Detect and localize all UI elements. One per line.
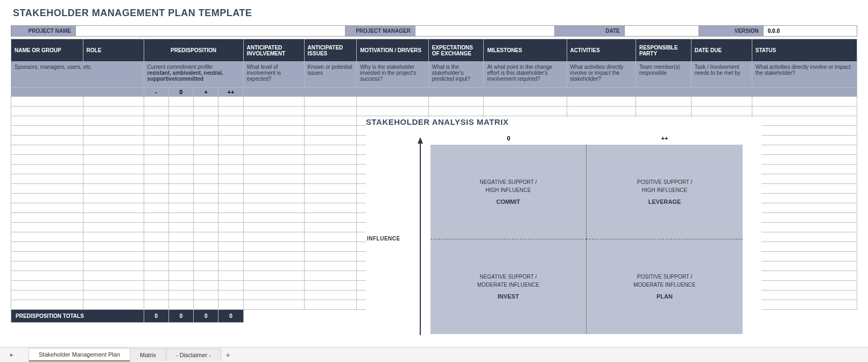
plus-icon: + [226,351,230,359]
hint-name: Sponsors, managers, users, etc. [11,62,144,88]
arrow-up-icon [417,136,424,335]
matrix-y-axis-label: INFLUENCE [367,235,400,241]
col-status: STATUS [752,39,857,62]
page-title: STAKEHOLDER MANAGEMENT PLAN TEMPLATE [0,0,868,25]
project-manager-label: PROJECT MANAGER [345,26,415,36]
total-zero: 0 [168,310,193,323]
date-label: DATE [555,26,625,36]
col-role: ROLE [83,39,144,62]
total-plus: 0 [194,310,218,323]
hint-expectations: What is the stakeholder's predicted inpu… [428,62,484,88]
hint-status: What activities directly involve or impa… [752,62,857,88]
hint-predisposition: Current commitment profile: resistant, a… [144,62,243,88]
date-value[interactable] [625,26,699,36]
predis-plus: + [194,88,218,97]
col-milestones: MILESTONES [484,39,567,62]
col-expectations: EXPECTATIONS OF EXCHANGE [428,39,484,62]
matrix-title: STAKEHOLDER ANALYSIS MATRIX [366,117,761,126]
predisposition-subheader: - 0 + ++ [11,88,857,97]
hint-issues: Known or potential issues [304,62,357,88]
stakeholder-analysis-matrix: STAKEHOLDER ANALYSIS MATRIX INFLUENCE 0 … [366,117,761,343]
project-name-label: PROJECT NAME [11,26,76,36]
hint-activities: What activities directly involve or impa… [567,62,636,88]
predis-plusplus: ++ [218,88,243,97]
predis-minus: - [144,88,168,97]
col-motivation: MOTIVATION / DRIVERS [357,39,429,62]
col-involvement: ANTICIPATED INVOLVEMENT [243,39,304,62]
quadrant-commit: NEGATIVE SUPPORT / HIGH INFLUENCE COMMIT [431,145,587,239]
version-label: VERSION [699,26,764,36]
project-manager-value[interactable] [415,26,555,36]
col-predisposition: PREDISPOSITION [144,39,243,62]
hint-row: Sponsors, managers, users, etc. Current … [11,62,857,88]
col-due: DATE DUE [691,39,752,62]
sheet-nav-prev[interactable]: ▸ [5,349,18,361]
hint-due: Task / Involvement needs to be met by [691,62,752,88]
add-sheet-button[interactable]: + [221,348,235,362]
header-row: NAME OR GROUP ROLE PREDISPOSITION ANTICI… [11,39,857,62]
col-activities: ACTIVITIES [567,39,636,62]
triangle-right-icon: ▸ [10,351,13,358]
hint-responsible: Team member(s) responsible [636,62,691,88]
col-name: NAME OR GROUP [11,39,83,62]
tab-matrix[interactable]: Matrix [130,349,166,361]
matrix-col-zero: 0 [431,135,587,145]
quadrant-plan: POSITIVE SUPPORT / MODERATE INFLUENCE PL… [587,239,743,334]
quadrant-invest: NEGATIVE SUPPORT / MODERATE INFLUENCE IN… [431,239,587,334]
tab-stakeholder-plan[interactable]: Stakeholder Management Plan [29,348,130,361]
totals-label: PREDISPOSITION TOTALS [11,310,144,323]
col-issues: ANTICIPATED ISSUES [304,39,357,62]
hint-milestones: At what point in the change effort is th… [484,62,567,88]
hint-involvement: What level of involvement is expected? [243,62,304,88]
matrix-col-plusplus: ++ [587,135,743,145]
total-plusplus: 0 [218,310,243,323]
project-info-row: PROJECT NAME PROJECT MANAGER DATE VERSIO… [11,25,857,37]
sheet-tabs: ▸ Stakeholder Management Plan Matrix - D… [0,347,868,362]
version-value[interactable]: 0.0.0 [764,26,857,36]
hint-motivation: Why is the stakeholder invested in the p… [357,62,429,88]
col-responsible: RESPONSIBLE PARTY [636,39,691,62]
project-name-value[interactable] [76,26,345,36]
total-minus: 0 [144,310,168,323]
tab-disclaimer[interactable]: - Disclaimer - [166,349,221,361]
quadrant-leverage: POSITIVE SUPPORT / HIGH INFLUENCE LEVERA… [587,145,743,239]
table-row[interactable] [11,107,857,116]
table-row[interactable] [11,97,857,107]
predis-zero: 0 [168,88,193,97]
